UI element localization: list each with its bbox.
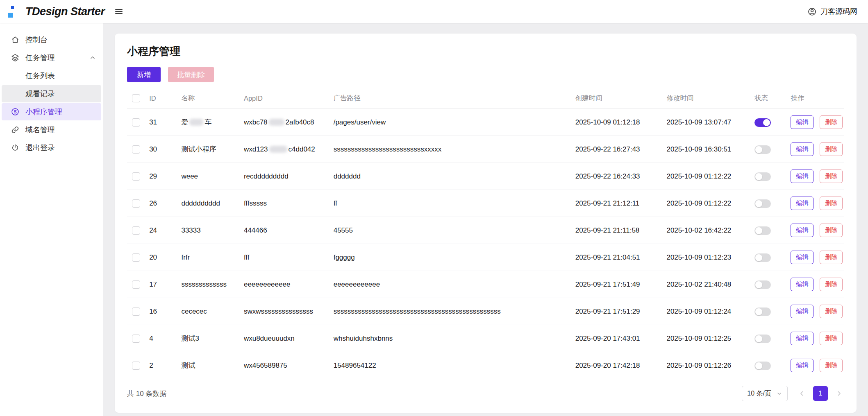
table-header-row: ID 名称 AppID 广告路径 创建时间 修改时间 状态 操作: [127, 88, 844, 109]
status-toggle[interactable]: [754, 145, 771, 154]
page-size-value: 10 条/页: [747, 389, 771, 398]
row-checkbox[interactable]: [132, 199, 140, 208]
row-checkbox[interactable]: [132, 335, 140, 343]
cell-ad-path: ff: [330, 190, 572, 217]
toggle-knob: [755, 146, 762, 153]
edit-button[interactable]: 编辑: [791, 224, 813, 237]
status-toggle[interactable]: [754, 172, 771, 181]
page-size-select[interactable]: 10 条/页: [742, 386, 788, 401]
status-toggle[interactable]: [754, 307, 771, 316]
sidebar-item-watch-records[interactable]: 观看记录: [2, 85, 101, 102]
edit-button[interactable]: 编辑: [791, 197, 813, 210]
table-row: 29 weee recddddddddd ddddddd 2025-09-22 …: [127, 163, 844, 190]
column-header-appid: AppID: [241, 88, 330, 109]
pagination-prev-icon[interactable]: [797, 388, 807, 399]
row-checkbox[interactable]: [132, 118, 140, 127]
row-checkbox[interactable]: [132, 280, 140, 289]
status-toggle[interactable]: [754, 362, 771, 370]
delete-button[interactable]: 删除: [820, 359, 843, 372]
sidebar-item-task-management[interactable]: 任务管理: [0, 49, 103, 66]
add-button[interactable]: 新增: [127, 67, 161, 82]
edit-button[interactable]: 编辑: [791, 305, 813, 318]
delete-button[interactable]: 删除: [820, 305, 843, 318]
cell-ad-path: 15489654122: [330, 352, 572, 379]
sidebar: 控制台 任务管理 任务列表 观看记录 小程序管理 域名管理 退出登录: [0, 23, 103, 416]
cell-id: 31: [146, 109, 178, 136]
brand-title: TDesign Starter: [25, 5, 105, 18]
pagination-page-1[interactable]: 1: [813, 386, 828, 401]
toggle-knob: [755, 308, 762, 315]
delete-button[interactable]: 删除: [820, 142, 843, 156]
edit-button[interactable]: 编辑: [791, 251, 813, 264]
toggle-knob: [755, 227, 762, 234]
sidebar-item-logout[interactable]: 退出登录: [0, 139, 103, 156]
layers-icon: [11, 53, 20, 62]
delete-button[interactable]: 删除: [820, 278, 843, 291]
cell-ad-path: eeeeeeeeeeee: [330, 271, 572, 298]
edit-button[interactable]: 编辑: [791, 332, 813, 345]
delete-button[interactable]: 删除: [820, 332, 843, 345]
table-row: 2 测试 wx456589875 15489654122 2025-09-20 …: [127, 352, 844, 379]
status-toggle[interactable]: [754, 253, 771, 262]
delete-button[interactable]: 删除: [820, 224, 843, 237]
sidebar-item-task-list[interactable]: 任务列表: [0, 67, 103, 84]
row-checkbox[interactable]: [132, 253, 140, 262]
sidebar-item-label: 任务列表: [25, 71, 55, 81]
status-toggle[interactable]: [754, 226, 771, 235]
status-toggle[interactable]: [754, 199, 771, 208]
row-checkbox[interactable]: [132, 145, 140, 154]
cell-appid: swxwsssssssssssssss: [241, 298, 330, 325]
row-checkbox[interactable]: [132, 226, 140, 235]
edit-button[interactable]: 编辑: [791, 115, 813, 129]
delete-button[interactable]: 删除: [820, 170, 843, 183]
cell-appid: recddddddddd: [241, 163, 330, 190]
cell-name: cececec: [178, 298, 241, 325]
column-header-ad-path: 广告路径: [330, 88, 572, 109]
row-checkbox[interactable]: [132, 307, 140, 316]
status-toggle[interactable]: [754, 118, 771, 127]
sidebar-item-miniapp-management[interactable]: 小程序管理: [2, 103, 101, 120]
cell-created-time: 2025-09-20 17:42:18: [572, 352, 663, 379]
user-menu[interactable]: 刀客源码网: [807, 7, 857, 16]
column-header-modified-time: 修改时间: [663, 88, 751, 109]
status-toggle[interactable]: [754, 280, 771, 289]
table-row: 20 frfr fff fggggg 2025-09-21 21:04:51 2…: [127, 244, 844, 271]
cell-name: weee: [178, 163, 241, 190]
row-checkbox[interactable]: [132, 362, 140, 370]
delete-button[interactable]: 删除: [820, 197, 843, 210]
sidebar-item-label: 观看记录: [25, 89, 55, 99]
pagination-next-icon[interactable]: [834, 388, 844, 399]
edit-button[interactable]: 编辑: [791, 278, 813, 291]
cell-appid: eeeeeeeeeeee: [241, 271, 330, 298]
cell-appid: 444466: [241, 217, 330, 244]
status-toggle[interactable]: [754, 335, 771, 343]
cell-appid: fff: [241, 244, 330, 271]
sidebar-item-domain-management[interactable]: 域名管理: [0, 121, 103, 138]
cell-created-time: 2025-09-21 21:04:51: [572, 244, 663, 271]
edit-button[interactable]: 编辑: [791, 359, 813, 372]
sidebar-item-console[interactable]: 控制台: [0, 31, 103, 48]
edit-button[interactable]: 编辑: [791, 142, 813, 156]
table-row: 30 测试小程序 wxd123c4dd042 sssssssssssssssss…: [127, 136, 844, 163]
cell-id: 29: [146, 163, 178, 190]
select-all-checkbox[interactable]: [132, 94, 140, 102]
user-name: 刀客源码网: [820, 7, 857, 16]
home-icon: [11, 35, 20, 44]
cell-created-time: 2025-09-21 21:11:58: [572, 217, 663, 244]
delete-button[interactable]: 删除: [820, 251, 843, 264]
toggle-knob: [755, 281, 762, 288]
collapse-menu-icon[interactable]: [114, 7, 124, 16]
cell-id: 24: [146, 217, 178, 244]
delete-button[interactable]: 删除: [820, 115, 843, 129]
edit-button[interactable]: 编辑: [791, 170, 813, 183]
cell-name: dddddddddd: [178, 190, 241, 217]
cell-created-time: 2025-09-22 16:27:43: [572, 136, 663, 163]
cell-id: 16: [146, 298, 178, 325]
cell-modified-time: 2025-10-09 01:12:22: [663, 163, 751, 190]
cell-created-time: 2025-09-21 21:12:11: [572, 190, 663, 217]
column-header-name: 名称: [178, 88, 241, 109]
batch-delete-button[interactable]: 批量删除: [168, 67, 214, 82]
row-checkbox[interactable]: [132, 172, 140, 181]
cell-appid: wxu8dueuuudxn: [241, 325, 330, 352]
toggle-knob: [755, 173, 762, 180]
